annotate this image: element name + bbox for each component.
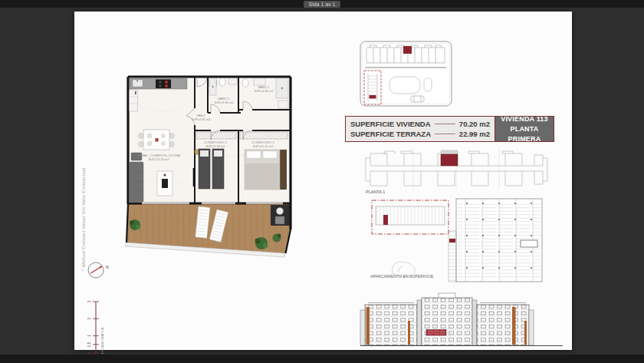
north-label: N — [106, 265, 109, 269]
facade-accent — [408, 321, 410, 345]
svg-text:3: 3 — [87, 300, 91, 302]
elevation-right-wing — [477, 303, 529, 346]
scale-ticks: 3 2 1 0.5 0 — [87, 300, 91, 354]
building-elevation — [359, 290, 565, 351]
outdoor-kitchen — [271, 205, 291, 226]
unit-number: VIVIENDA 113 — [495, 114, 554, 124]
site-key-plan — [359, 37, 454, 109]
highlighted-unit — [441, 154, 458, 166]
leader-line — [435, 124, 455, 124]
surface-rows: SUPERFICIE VIVIENDA 70.20 m2 SUPERFICIE … — [346, 117, 495, 141]
table-row: SUPERFICIE TERRAZA 22.99 m2 — [350, 130, 490, 138]
highlighted-parking-stall-2 — [449, 239, 455, 243]
end-tower — [529, 310, 534, 345]
svg-text:SUP=4.87 m2: SUP=4.87 m2 — [191, 117, 211, 121]
dining-table — [139, 130, 175, 150]
surface-summary-table: SUPERFICIE VIVIENDA 70.20 m2 SUPERFICIE … — [345, 116, 554, 142]
svg-text:2: 2 — [87, 318, 91, 320]
apartment-floor-plan: 1 — [122, 73, 292, 266]
tv — [193, 168, 195, 186]
unit-floor: PLANTA PRIMERA — [495, 124, 554, 144]
floor-key-plan: PLANTA 1 — [364, 147, 549, 195]
pool-outline — [389, 77, 420, 94]
stair-tower — [472, 300, 477, 345]
small-pool-outline — [424, 78, 432, 91]
site-highlighted-parking — [370, 95, 376, 99]
sofa — [130, 153, 143, 202]
facade-accent — [524, 321, 527, 345]
stove — [156, 80, 171, 89]
highlighted-unit-elevation — [426, 330, 446, 336]
parking-plan-label: APARCAMIENTO EN SUPERFICIE — [370, 274, 434, 279]
highlighted-unit-terrace — [441, 150, 458, 154]
unit-id-box: VIVIENDA 113 PLANTA PRIMERA — [495, 117, 554, 141]
wardrobe — [196, 132, 236, 139]
svg-text:SUP=3.80 m2: SUP=3.80 m2 — [214, 101, 234, 104]
table-row: SUPERFICIE VIVIENDA 70.20 m2 — [350, 120, 490, 128]
bedroom1-bed — [245, 150, 287, 190]
surface-label: SUPERFICIE VIVIENDA — [350, 120, 431, 128]
viewer-topbar: Sida 1 av 1 — [0, 0, 644, 8]
svg-text:0: 0 — [87, 351, 91, 354]
page-indicator-badge: Sida 1 av 1 — [304, 1, 340, 8]
compass-icon: N — [87, 260, 111, 282]
roof-structure — [439, 293, 455, 298]
highlighted-parking-stall — [383, 215, 388, 225]
stair-tower — [417, 300, 422, 345]
svg-text:SUP=9.38 m2: SUP=9.38 m2 — [205, 144, 225, 148]
elevation-center-block — [422, 293, 472, 345]
svg-text:SUP=4.83 m2: SUP=4.83 m2 — [254, 89, 274, 93]
parking-plan: APARCAMIENTO EN SUPERFICIE — [363, 196, 549, 285]
parking-structure — [449, 199, 542, 282]
bedroom1-bench — [279, 150, 287, 190]
car-icon — [411, 96, 424, 102]
surface-value: 70.20 m2 — [459, 120, 490, 128]
wardrobe — [240, 132, 288, 139]
viewer-bottombar — [0, 355, 644, 363]
bedroom2-beds — [195, 149, 224, 189]
document-page: 1 — [74, 12, 572, 350]
facade-accent — [366, 307, 370, 345]
kitchen-tall-units — [130, 90, 138, 111]
plant — [130, 219, 140, 230]
svg-text:1: 1 — [87, 335, 91, 337]
coffee-table — [157, 171, 172, 196]
elevation-left-wing — [365, 303, 417, 346]
surface-value: 22.99 m2 — [459, 130, 490, 138]
end-tower — [360, 310, 365, 345]
scale-bar: 3 2 1 0.5 0 ESCALA GRAFICA — [84, 292, 111, 358]
svg-text:SUP=11.41 m2: SUP=11.41 m2 — [253, 144, 274, 148]
disclaimer-note: * Without Contract Value/ Sin Valor Cont… — [81, 151, 86, 271]
scale-label: ESCALA GRAFICA — [100, 327, 104, 354]
floor-key-plan-label: PLANTA 1 — [366, 190, 385, 194]
surface-label: SUPERFICIE TERRAZA — [350, 130, 431, 138]
svg-text:0.5: 0.5 — [87, 342, 91, 347]
facade-accent — [512, 307, 516, 345]
site-highlighted-unit — [403, 46, 412, 54]
pdf-viewer: Sida 1 av 1 — [0, 0, 644, 363]
kitchen-counter — [130, 78, 187, 89]
highlighted-parking-zone — [372, 200, 449, 234]
leader-line — [435, 134, 455, 134]
svg-text:SUP=25.14 m2: SUP=25.14 m2 — [148, 157, 169, 161]
